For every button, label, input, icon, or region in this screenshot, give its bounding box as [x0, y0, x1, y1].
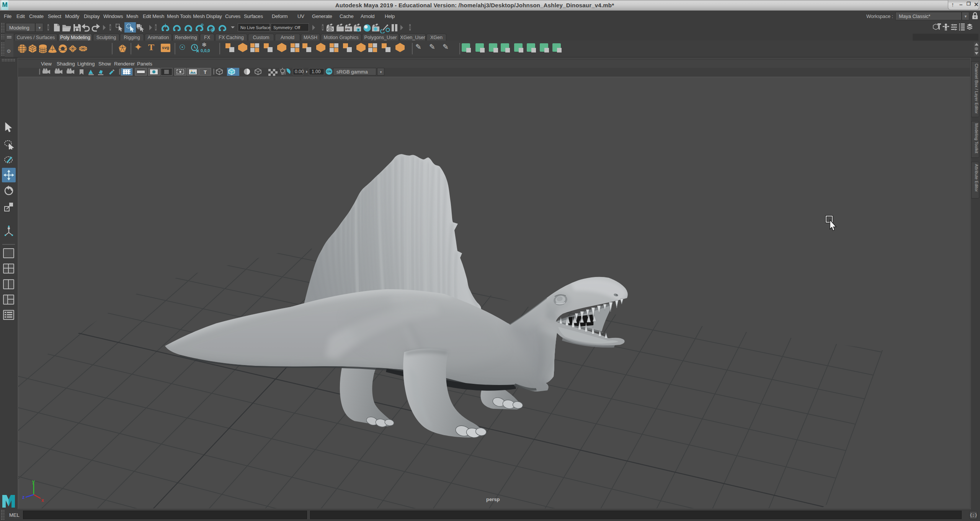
svg-text:y: y	[32, 480, 35, 484]
svg-text:T: T	[204, 69, 207, 75]
svg-text:z: z	[22, 495, 24, 500]
svg-text:x: x	[41, 498, 44, 503]
